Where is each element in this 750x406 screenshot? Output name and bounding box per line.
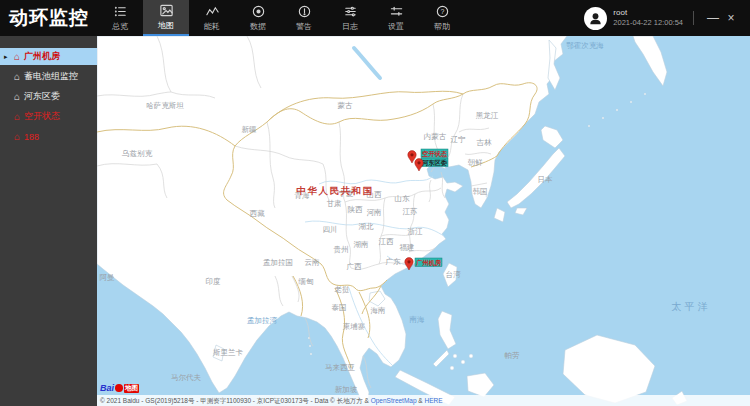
- map-label: 印度: [206, 277, 222, 286]
- map-label: 广西: [347, 262, 363, 271]
- sidebar-item-label: 广州机房: [24, 50, 60, 63]
- map-label: 浙江: [408, 227, 424, 236]
- svg-text:?: ?: [440, 8, 444, 15]
- baidu-paw-icon: [115, 384, 123, 392]
- tab-help[interactable]: ?帮助: [419, 0, 465, 36]
- svg-text:河东区委: 河东区委: [421, 159, 448, 167]
- help-icon: ?: [435, 4, 450, 19]
- map-label: 山东: [395, 194, 411, 203]
- map-svg: 哈萨克斯坦乌兹别克蒙古内蒙古黑龙江吉林辽宁朝鲜韩国日本新疆西藏青海甘肃宁夏陕西山…: [97, 36, 750, 406]
- map-icon: [159, 3, 174, 18]
- map-canvas[interactable]: 哈萨克斯坦乌兹别克蒙古内蒙古黑龙江吉林辽宁朝鲜韩国日本新疆西藏青海甘肃宁夏陕西山…: [97, 36, 750, 406]
- map-label: 新疆: [242, 125, 258, 134]
- map-label: 鄂霍次克海: [566, 41, 604, 50]
- map-attribution: © 2021 Baidu - GS(2019)5218号 - 甲测资字11009…: [97, 395, 750, 406]
- svg-text:广州机房: 广州机房: [415, 259, 442, 267]
- person-icon: [588, 11, 603, 26]
- home-icon: ⌂: [14, 112, 20, 122]
- map-label: 广东: [386, 257, 402, 266]
- tab-alert[interactable]: 警告: [281, 0, 327, 36]
- map-label: 南海: [409, 315, 426, 324]
- map-label: 斯里兰卡: [213, 348, 244, 357]
- map-label: 帕劳: [505, 351, 521, 360]
- tab-settings[interactable]: 设置: [373, 0, 419, 36]
- tab-label: 能耗: [204, 21, 220, 32]
- pin-label[interactable]: 空开状态: [421, 149, 448, 158]
- map-copyright: © 2021 Baidu - GS(2019)5218号 - 甲测资字11009…: [100, 397, 443, 404]
- map-label: 孟加拉湾: [247, 316, 278, 325]
- landmass: [97, 36, 687, 405]
- pin-label[interactable]: 河东区委: [421, 158, 448, 167]
- map-label: 新加坡: [335, 385, 358, 394]
- tab-map[interactable]: 地图: [143, 0, 189, 36]
- sidebar-item-label: 188: [24, 132, 39, 142]
- attribution-link[interactable]: HERE: [425, 397, 443, 404]
- map-label: 海南: [371, 306, 386, 315]
- site-sidebar: ▸⌂广州机房⌂蓄电池组监控⌂河东区委⌂空开状态⌂188: [0, 36, 97, 406]
- close-button[interactable]: ×: [722, 0, 740, 36]
- sidebar-item-4[interactable]: ⌂空开状态: [0, 108, 97, 125]
- map-label: 四川: [323, 225, 338, 234]
- map-label: 泰国: [332, 303, 347, 312]
- sidebar-item-3[interactable]: ⌂河东区委: [0, 88, 97, 105]
- sidebar-item-2[interactable]: ⌂蓄电池组监控: [0, 68, 97, 85]
- map-label: 江西: [379, 237, 395, 246]
- map-label: 孟加拉国: [263, 258, 293, 267]
- map-label: 韩国: [473, 187, 488, 196]
- pin-label[interactable]: 广州机房: [415, 258, 442, 267]
- username: root: [613, 8, 683, 19]
- map-label: 甘肃: [327, 199, 343, 208]
- map-label: 辽宁: [451, 135, 467, 144]
- map-label: 云南: [305, 258, 320, 267]
- tab-label: 数据: [250, 21, 266, 32]
- tab-label: 设置: [388, 21, 404, 32]
- energy-icon: [205, 4, 220, 19]
- sidebar-item-label: 河东区委: [24, 90, 60, 103]
- app-title: 动环监控: [0, 0, 97, 36]
- map-label: 缅甸: [298, 277, 314, 286]
- selected-arrow-icon: ▸: [4, 53, 8, 61]
- map-label: 黑龙江: [476, 111, 499, 120]
- tab-label: 总览: [112, 21, 128, 32]
- map-label: 湖北: [359, 222, 375, 231]
- user-avatar[interactable]: [584, 7, 607, 30]
- log-icon: [343, 4, 358, 19]
- tab-log[interactable]: 日志: [327, 0, 373, 36]
- map-label: 马来西亚: [325, 363, 356, 372]
- tab-label: 警告: [296, 21, 312, 32]
- sidebar-item-1[interactable]: ▸⌂广州机房: [0, 48, 97, 65]
- baidu-logo[interactable]: Bai 地图: [100, 383, 139, 393]
- map-label: 日本: [538, 175, 554, 184]
- home-icon: ⌂: [14, 52, 20, 62]
- home-icon: ⌂: [14, 132, 20, 142]
- app-header: 动环监控 总览地图能耗数据警告日志设置?帮助 root 2021-04-22 1…: [0, 0, 750, 36]
- tab-overview[interactable]: 总览: [97, 0, 143, 36]
- map-label: 陕西: [348, 205, 364, 214]
- sidebar-item-5[interactable]: ⌂188: [0, 128, 97, 145]
- data-icon: [251, 4, 266, 19]
- home-icon: ⌂: [14, 92, 20, 102]
- sidebar-item-label: 空开状态: [24, 110, 60, 123]
- map-label: 朝鲜: [468, 158, 484, 167]
- header-right: root 2021-04-22 12:00:54 — ×: [584, 0, 750, 36]
- tab-label: 日志: [342, 21, 358, 32]
- svg-text:空开状态: 空开状态: [422, 150, 448, 158]
- map-label: 福建: [400, 243, 415, 252]
- map-label: 马尔代夫: [171, 373, 202, 382]
- tab-data[interactable]: 数据: [235, 0, 281, 36]
- window-separator: [693, 11, 694, 25]
- tab-label: 帮助: [434, 21, 450, 32]
- map-label: 贵州: [334, 245, 349, 254]
- baidu-map-badge: 地图: [124, 384, 139, 393]
- minimize-button[interactable]: —: [704, 0, 722, 36]
- baidu-logo-text: Bai: [100, 383, 114, 393]
- map-label: 江苏: [403, 207, 419, 216]
- tab-energy[interactable]: 能耗: [189, 0, 235, 36]
- map-label: 柬埔寨: [343, 322, 366, 331]
- map-label: 湖南: [354, 240, 369, 249]
- datetime: 2021-04-22 12:00:54: [613, 18, 683, 28]
- map-label: 阿曼: [100, 273, 116, 282]
- attribution-link[interactable]: OpenStreetMap: [371, 397, 417, 404]
- sidebar-item-label: 蓄电池组监控: [24, 70, 78, 83]
- map-label: 台湾: [446, 270, 462, 279]
